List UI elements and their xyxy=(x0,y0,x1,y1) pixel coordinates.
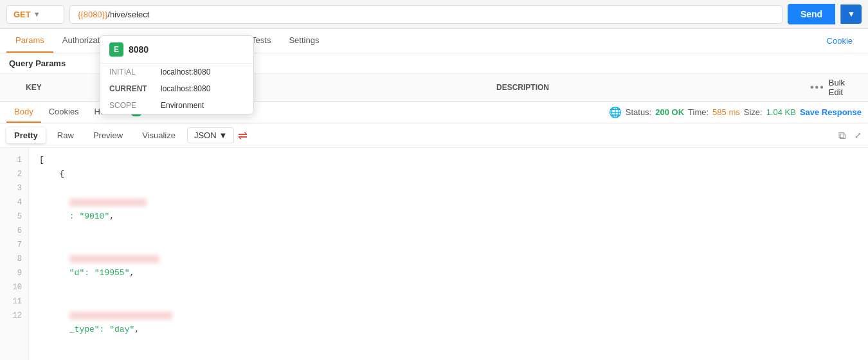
section-title: Query Params xyxy=(9,59,66,68)
size-label: Size: xyxy=(744,107,763,117)
expand-icon[interactable]: ⤢ xyxy=(854,130,862,140)
view-preview-button[interactable]: Preview xyxy=(86,127,131,143)
tooltip-current-row: CURRENT localhost:8080 xyxy=(100,80,253,97)
response-tab-cookies[interactable]: Cookies xyxy=(41,102,87,123)
initial-label: INITIAL xyxy=(109,68,154,76)
view-pretty-button[interactable]: Pretty xyxy=(6,127,46,143)
url-suffix: /hive/select xyxy=(107,10,149,19)
code-line-5: _type": "day", xyxy=(39,294,858,351)
line-numbers: 1 2 3 4 5 6 7 8 9 10 11 12 xyxy=(0,148,29,360)
env-badge: E xyxy=(109,42,123,57)
code-area: 1 2 3 4 5 6 7 8 9 10 11 12 [ { : "9010",… xyxy=(0,148,868,360)
status-code: 200 OK xyxy=(655,107,684,117)
send-arrow-button[interactable]: ▼ xyxy=(840,4,862,24)
actions-col: ••• Bulk Edit xyxy=(810,78,862,97)
wrap-icon[interactable]: ⇌ xyxy=(238,129,248,143)
current-label: CURRENT xyxy=(109,84,154,93)
code-line-6: ow": "20210624", xyxy=(39,351,858,360)
method-arrow: ▼ xyxy=(33,10,41,18)
method-label: GET xyxy=(14,10,31,19)
tab-settings[interactable]: Settings xyxy=(280,29,328,53)
env-tooltip: E 8080 INITIAL localhost:8080 CURRENT lo… xyxy=(100,35,254,114)
scope-value: Environment xyxy=(161,101,204,110)
response-meta: 🌐 Status: 200 OK Time: 585 ms Size: 1.04… xyxy=(609,106,862,118)
code-line-4: "d": "19955", xyxy=(39,238,858,294)
send-button[interactable]: Send xyxy=(788,4,835,24)
view-visualize-button[interactable]: Visualize xyxy=(134,127,183,143)
tooltip-header: E 8080 xyxy=(100,36,253,64)
env-name: 8080 xyxy=(129,44,149,55)
format-select[interactable]: JSON ▼ xyxy=(187,127,235,143)
time-label: Time: xyxy=(688,107,709,117)
dots-icon[interactable]: ••• xyxy=(810,82,825,93)
tab-params[interactable]: Params xyxy=(6,29,53,53)
save-response-button[interactable]: Save Response xyxy=(800,107,862,117)
tooltip-initial-row: INITIAL localhost:8080 xyxy=(100,64,253,80)
time-value: 585 ms xyxy=(712,107,740,117)
code-line-1: [ xyxy=(39,153,858,167)
body-toolbar: Pretty Raw Preview Visualize JSON ▼ ⇌ ⧉ … xyxy=(0,123,868,148)
initial-value: localhost:8080 xyxy=(161,68,210,76)
response-tab-body[interactable]: Body xyxy=(6,102,41,123)
current-value: localhost:8080 xyxy=(161,84,210,93)
tab-cookie[interactable]: Cookie xyxy=(818,30,862,52)
tooltip-scope-row: SCOPE Environment xyxy=(100,97,253,114)
format-label: JSON xyxy=(194,130,217,140)
format-arrow: ▼ xyxy=(219,130,228,140)
url-prefix: {{8080}} xyxy=(78,10,107,19)
status-label: Status: xyxy=(626,107,651,117)
code-content: [ { : "9010", "d": "19955", _type": "day… xyxy=(29,148,868,360)
scope-label: SCOPE xyxy=(109,101,154,110)
method-select[interactable]: GET ▼ xyxy=(6,5,64,24)
bulk-edit-button[interactable]: Bulk Edit xyxy=(829,78,862,97)
view-raw-button[interactable]: Raw xyxy=(50,127,82,143)
top-bar: GET ▼ {{8080}} /hive/select Send ▼ E 808… xyxy=(0,0,868,29)
copy-icon[interactable]: ⧉ xyxy=(838,130,845,141)
code-line-3: : "9010", xyxy=(39,181,858,238)
size-value: 1.04 KB xyxy=(766,107,796,117)
globe-icon: 🌐 xyxy=(609,106,622,118)
desc-col-header: DESCRIPTION xyxy=(496,83,810,92)
code-line-2: { xyxy=(39,167,858,181)
